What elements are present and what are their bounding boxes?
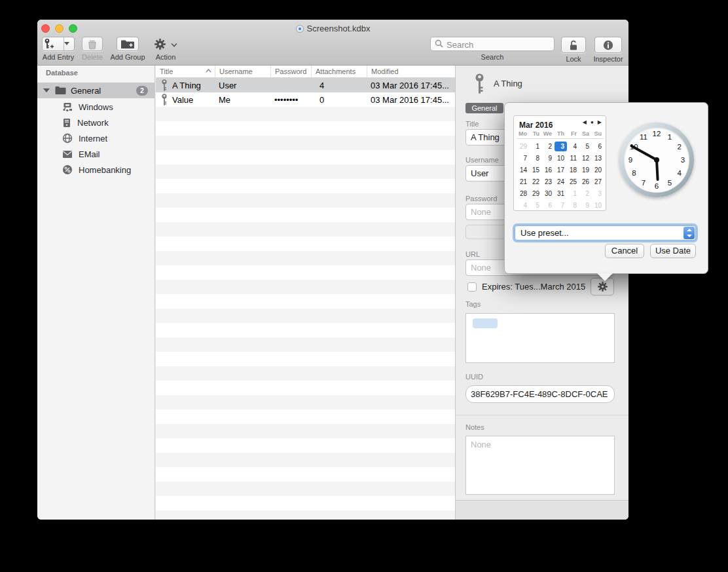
table-row-value[interactable]: Value Me •••••••• 0 03 Mar 2016 17:45... [156, 92, 455, 107]
add-entry-button[interactable] [42, 37, 75, 51]
clock-numeral: 1 [665, 132, 674, 142]
calendar-day[interactable]: 19 [579, 165, 592, 175]
chevron-down-icon [171, 43, 177, 47]
column-header-attachments[interactable]: Attachments [311, 66, 367, 77]
delete-toolbar-item: Delete [79, 37, 105, 64]
calendar-day[interactable]: 7 [517, 153, 530, 163]
calendar-day[interactable]: 8 [530, 153, 542, 163]
calendar-day[interactable]: 30 [542, 189, 555, 199]
calendar-day[interactable]: 8 [567, 200, 579, 210]
search-box[interactable] [430, 37, 555, 51]
use-date-button[interactable]: Use Date [650, 244, 696, 258]
calendar-day[interactable]: 11 [567, 153, 579, 163]
calendar-day[interactable]: 17 [555, 165, 567, 175]
calendar-day[interactable]: 7 [555, 200, 567, 210]
sidebar-item-windows[interactable]: Windows [37, 99, 155, 115]
column-header-username[interactable]: Username [215, 66, 270, 77]
calendar-day[interactable]: 6 [592, 142, 604, 151]
calendar: Mar 2016 ◀ ● ▶ MoTuWeThFrSaSu 2912345678… [513, 115, 606, 211]
unlock-icon [568, 39, 579, 51]
clock-numeral: 3 [678, 155, 687, 164]
expires-checkbox[interactable] [467, 282, 477, 292]
inspector-footer [456, 500, 628, 520]
clock-face: 123456789101112 [624, 127, 689, 193]
calendar-day[interactable]: 1 [530, 142, 542, 151]
tags-box[interactable] [465, 313, 615, 363]
sidebar-item-homebanking[interactable]: Homebanking [37, 162, 155, 178]
calendar-day[interactable]: 9 [542, 153, 555, 163]
calendar-next-icon[interactable]: ▶ [598, 119, 602, 125]
calendar-day[interactable]: 2 [542, 142, 555, 151]
add-entry-label: Add Entry [37, 53, 79, 61]
column-header-modified[interactable]: Modified [367, 66, 455, 77]
add-group-button[interactable] [117, 37, 139, 51]
sidebar-item-general[interactable]: General 2 [37, 83, 155, 98]
column-header-password[interactable]: Password [270, 66, 311, 77]
calendar-day[interactable]: 16 [542, 165, 555, 175]
disclosure-triangle-icon[interactable] [43, 88, 50, 92]
calendar-day[interactable]: 15 [530, 165, 542, 175]
tab-general[interactable]: General [465, 103, 503, 113]
add-entry-toolbar-item: Add Entry [37, 37, 79, 64]
preset-select[interactable]: Use preset... [515, 225, 696, 240]
column-header-title[interactable]: Title [156, 66, 215, 77]
calendar-day[interactable]: 27 [592, 177, 604, 187]
calendar-day[interactable]: 14 [517, 165, 530, 175]
delete-button[interactable] [82, 37, 103, 51]
calendar-day[interactable]: 4 [517, 200, 530, 210]
calendar-day[interactable]: 22 [530, 177, 542, 187]
clock-numeral: 5 [665, 178, 674, 187]
delete-label: Delete [79, 53, 105, 61]
calendar-day[interactable]: 5 [530, 200, 542, 210]
clock-hour-hand[interactable] [655, 160, 659, 181]
title-field-label: Title [465, 120, 479, 128]
calendar-day[interactable]: 9 [579, 200, 592, 210]
calendar-day[interactable]: 1 [567, 189, 579, 199]
calendar-day[interactable]: 3 [592, 189, 604, 199]
add-entry-dropdown-arrow[interactable] [64, 37, 74, 50]
calendar-day[interactable]: 2 [579, 189, 592, 199]
calendar-day[interactable]: 23 [542, 177, 555, 187]
calendar-day[interactable]: 29 [517, 142, 530, 151]
calendar-day[interactable]: 5 [579, 142, 592, 151]
sidebar-item-email[interactable]: EMail [37, 146, 155, 162]
calendar-day[interactable]: 26 [579, 177, 592, 187]
calendar-day[interactable]: 24 [555, 177, 567, 187]
calendar-prev-icon[interactable]: ◀ [583, 119, 587, 125]
search-input[interactable] [446, 40, 550, 50]
document-proxy-icon[interactable] [296, 25, 304, 33]
calendar-day[interactable]: 28 [517, 189, 530, 199]
cancel-button[interactable]: Cancel [605, 244, 644, 258]
search-label: Search [430, 53, 555, 61]
table-row-a-thing[interactable]: A Thing User 4 03 Mar 2016 17:45... [156, 78, 455, 92]
calendar-day[interactable]: 13 [592, 153, 604, 163]
calendar-today-icon[interactable]: ● [591, 119, 594, 125]
calendar-day[interactable]: 18 [567, 165, 579, 175]
calendar-day[interactable]: 29 [530, 189, 542, 199]
action-button[interactable] [154, 37, 177, 51]
select-stepper-icon[interactable] [683, 227, 695, 239]
notes-field[interactable] [465, 436, 615, 495]
expires-label: Expires: Tues...March 2015 [482, 282, 585, 292]
uuid-field[interactable] [465, 385, 615, 403]
window-title-text: Screenshot.kdbx [307, 24, 371, 33]
calendar-day[interactable]: 10 [555, 153, 567, 163]
calendar-day-selected[interactable]: 3 [555, 142, 567, 151]
calendar-day[interactable]: 21 [517, 177, 530, 187]
calendar-day[interactable]: 10 [592, 200, 604, 210]
sidebar-item-network[interactable]: Network [37, 115, 155, 130]
calendar-day[interactable]: 31 [555, 189, 567, 199]
calendar-day[interactable]: 4 [567, 142, 579, 151]
calendar-day[interactable]: 12 [579, 153, 592, 163]
notes-label: Notes [465, 423, 484, 431]
calendar-weekday: Fr [567, 130, 579, 137]
inspector-toolbar-item: Inspector [590, 37, 627, 64]
lock-button[interactable] [561, 37, 586, 53]
calendar-day[interactable]: 25 [567, 177, 579, 187]
cell-modified: 03 Mar 2016 17:45... [367, 81, 455, 90]
calendar-day[interactable]: 6 [542, 200, 555, 210]
inspector-button[interactable] [594, 37, 622, 53]
tag-token[interactable] [473, 318, 498, 328]
calendar-day[interactable]: 20 [592, 165, 604, 175]
sidebar-item-internet[interactable]: Internet [37, 130, 155, 146]
